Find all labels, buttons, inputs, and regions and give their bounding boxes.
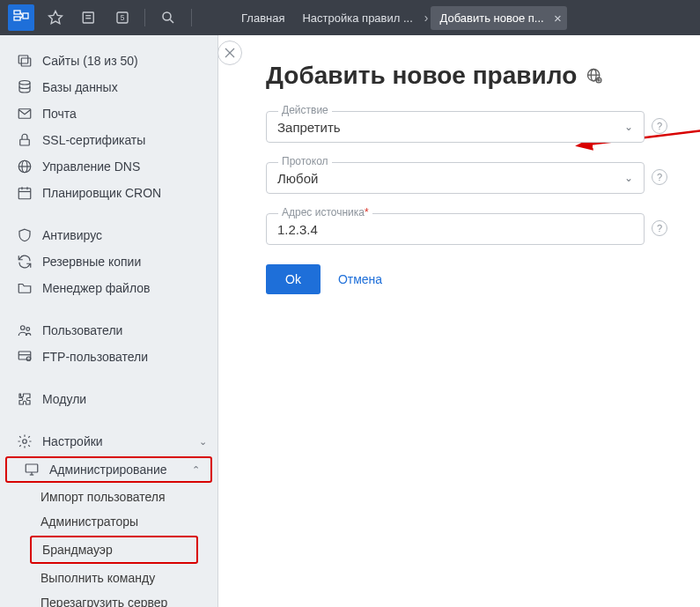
active-tab-label: Добавить новое п... <box>439 11 543 25</box>
chevron-up-icon: ⌃ <box>192 464 200 476</box>
sub-item-admins[interactable]: Администраторы <box>0 509 217 534</box>
sidebar-item-label: Базы данных <box>42 80 118 94</box>
close-tab-icon[interactable]: × <box>554 11 562 26</box>
folder-icon <box>16 280 33 296</box>
star-icon[interactable] <box>45 7 66 28</box>
users-icon <box>16 322 33 338</box>
svg-rect-23 <box>18 189 31 199</box>
calendar-icon <box>16 185 33 201</box>
database-icon <box>16 79 33 95</box>
page-title: Добавить новое правило <box>266 62 682 90</box>
sidebar-item-label: SSL-сертификаты <box>42 133 145 147</box>
sidebar-item-label: Сайты (18 из 50) <box>42 54 138 68</box>
sidebar-item-sites[interactable]: Сайты (18 из 50) <box>0 48 217 74</box>
sidebar-item-ftp-users[interactable]: FTP-пользователи <box>0 344 217 370</box>
top-bar: 5 Главная Настройка правил ... › Добавит… <box>0 0 700 35</box>
svg-point-28 <box>26 328 30 331</box>
sidebar-item-label: Пользователи <box>42 323 122 337</box>
sub-item-reboot[interactable]: Перезагрузить сервер <box>0 590 217 607</box>
content-area: Добавить новое правило Действие Запретит… <box>218 35 700 607</box>
svg-rect-33 <box>26 464 38 472</box>
cancel-link[interactable]: Отмена <box>338 272 382 286</box>
shield-icon <box>16 227 33 243</box>
sidebar-item-users[interactable]: Пользователи <box>0 317 217 344</box>
svg-line-12 <box>170 19 173 23</box>
sidebar-item-mail[interactable]: Почта <box>0 100 217 127</box>
sidebar-item-modules[interactable]: Модули <box>0 386 217 412</box>
chevron-down-icon: ⌄ <box>624 121 633 133</box>
sidebar-item-label: Настройки <box>42 434 103 448</box>
sidebar: Сайты (18 из 50) Базы данных Почта SSL-с… <box>0 35 218 607</box>
search-icon[interactable] <box>158 7 179 28</box>
field-label: Адрес источника* <box>278 206 372 218</box>
separator <box>144 9 145 26</box>
sidebar-item-antivirus[interactable]: Антивирус <box>0 222 217 248</box>
chevron-down-icon: ⌄ <box>624 172 633 184</box>
page-title-text: Добавить новое правило <box>266 62 577 90</box>
field-action: Действие Запретить ⌄ ? <box>266 111 645 143</box>
field-label: Действие <box>278 104 332 116</box>
sidebar-item-label: Планировщик CRON <box>42 186 161 200</box>
sidebar-item-label: Антивирус <box>42 228 102 242</box>
svg-point-27 <box>21 326 26 330</box>
sidebar-item-label: FTP-пользователи <box>42 350 148 364</box>
chevron-right-icon: › <box>424 11 429 25</box>
separator <box>191 9 192 26</box>
ok-button[interactable]: Ok <box>266 264 321 294</box>
gear-icon <box>16 433 33 449</box>
sidebar-item-label: Модули <box>42 392 86 406</box>
sidebar-item-label: Администрирование <box>49 463 167 477</box>
svg-point-32 <box>23 440 27 444</box>
ftp-icon <box>16 349 33 365</box>
count-icon[interactable]: 5 <box>112 7 133 28</box>
field-source: Адрес источника* ? <box>266 213 645 245</box>
app-logo[interactable] <box>8 4 34 31</box>
svg-rect-16 <box>21 58 31 66</box>
svg-point-31 <box>26 357 31 361</box>
help-icon[interactable]: ? <box>652 169 667 185</box>
refresh-icon <box>16 254 33 270</box>
sidebar-item-label: Менеджер файлов <box>42 281 151 295</box>
sites-icon <box>16 53 33 69</box>
lock-icon <box>16 132 33 148</box>
sidebar-item-cron[interactable]: Планировщик CRON <box>0 180 217 206</box>
svg-rect-29 <box>18 352 31 359</box>
puzzle-icon <box>16 391 33 407</box>
svg-marker-5 <box>49 11 63 24</box>
collapse-sidebar-button[interactable] <box>217 41 242 65</box>
svg-rect-19 <box>20 139 30 145</box>
sidebar-item-backups[interactable]: Резервные копии <box>0 248 217 275</box>
help-icon[interactable]: ? <box>652 118 667 134</box>
sidebar-item-filemanager[interactable]: Менеджер файлов <box>0 275 217 301</box>
sidebar-item-settings[interactable]: Настройки⌄ <box>0 428 217 455</box>
sidebar-item-label: Резервные копии <box>42 255 141 269</box>
sub-item-firewall[interactable]: Брандмауэр <box>30 536 198 564</box>
field-protocol: Протокол Любой ⌄ ? <box>266 162 645 194</box>
sidebar-item-dns[interactable]: Управление DNS <box>0 153 217 180</box>
sub-item-run-command[interactable]: Выполнить команду <box>0 566 217 590</box>
action-value: Запретить <box>277 120 341 135</box>
breadcrumb-active-tab[interactable]: Добавить новое п... × <box>431 6 566 30</box>
sidebar-item-administration[interactable]: Администрирование⌃ <box>5 456 212 483</box>
sidebar-item-label: Почта <box>42 107 77 121</box>
chevron-down-icon: ⌄ <box>199 436 207 448</box>
field-label: Протокол <box>278 155 332 167</box>
source-input[interactable] <box>277 222 633 237</box>
help-icon[interactable]: ? <box>652 220 667 236</box>
monitor-icon <box>23 462 41 477</box>
protocol-value: Любой <box>277 171 318 186</box>
svg-point-17 <box>19 81 30 85</box>
breadcrumb-rules[interactable]: Настройка правил ... <box>293 6 421 30</box>
news-icon[interactable] <box>78 7 99 28</box>
svg-rect-1 <box>14 17 20 20</box>
breadcrumb-home[interactable]: Главная <box>232 6 293 30</box>
globe-icon <box>586 67 603 85</box>
svg-rect-6 <box>83 12 93 23</box>
svg-rect-2 <box>23 13 28 19</box>
svg-rect-0 <box>14 11 20 14</box>
sub-item-import-user[interactable]: Импорт пользователя <box>0 485 217 509</box>
mail-icon <box>16 106 33 122</box>
sidebar-item-label: Управление DNS <box>42 159 140 174</box>
sidebar-item-databases[interactable]: Базы данных <box>0 74 217 100</box>
sidebar-item-ssl[interactable]: SSL-сертификаты <box>0 127 217 153</box>
